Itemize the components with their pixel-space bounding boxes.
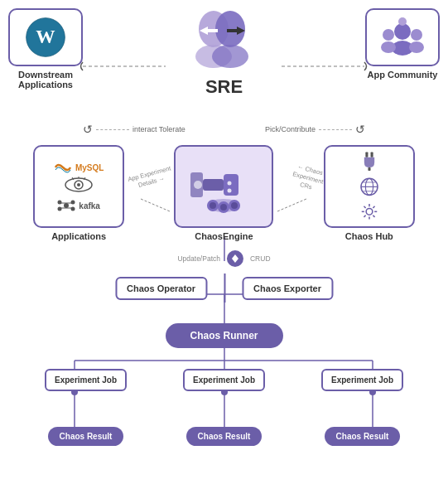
kafka-row: kafka bbox=[57, 199, 100, 212]
update-patch-text: Update/Patch bbox=[177, 254, 220, 263]
svg-point-36 bbox=[409, 41, 424, 53]
updown-arrows-icon bbox=[227, 250, 243, 267]
svg-rect-55 bbox=[224, 174, 238, 196]
svg-point-34 bbox=[381, 41, 396, 53]
chaosengine-box bbox=[174, 145, 273, 228]
chaos-exporter-label: Chaos Exporter bbox=[253, 283, 321, 293]
appcommunity-container: App Community bbox=[365, 8, 440, 80]
chaos-exporter-box: Chaos Exporter bbox=[242, 277, 333, 300]
chaos-results-row: Chaos Result Chaos Result Chaos Result bbox=[0, 427, 448, 446]
sre-heads-icon bbox=[187, 8, 262, 75]
diagram: W Downstream Applications bbox=[0, 0, 448, 489]
gear-icon bbox=[356, 201, 383, 222]
mysql-label: MySQL bbox=[75, 163, 104, 172]
downstream-container: W Downstream Applications bbox=[8, 8, 83, 90]
chaos-runner-label: Chaos Runner bbox=[190, 330, 258, 341]
svg-point-35 bbox=[411, 29, 422, 41]
globe-icon bbox=[356, 177, 383, 197]
svg-rect-68 bbox=[368, 167, 370, 171]
app-experiment-label: App ExperimentDetails → bbox=[128, 164, 175, 191]
kafka-label: kafka bbox=[79, 201, 100, 211]
plug-icon bbox=[356, 151, 383, 172]
crud-text: CRUD bbox=[250, 254, 271, 263]
chaoshub-container: Chaos Hub bbox=[324, 145, 415, 241]
svg-point-65 bbox=[228, 188, 232, 192]
svg-rect-66 bbox=[365, 153, 368, 157]
svg-rect-28 bbox=[208, 29, 218, 32]
svg-point-61 bbox=[210, 202, 216, 209]
svg-point-46 bbox=[58, 207, 62, 211]
experiment-job-3: Experiment Job bbox=[321, 369, 403, 391]
sre-container: SRE bbox=[187, 8, 262, 98]
experiment-jobs-row: Experiment Job Experiment Job Experiment… bbox=[0, 369, 448, 391]
chaos-operator-box: Chaos Operator bbox=[115, 277, 207, 300]
operator-exporter-separator bbox=[224, 274, 225, 303]
appcommunity-label: App Community bbox=[368, 70, 438, 80]
interact-text: interact Tolerate bbox=[132, 125, 185, 133]
svg-point-33 bbox=[383, 29, 394, 41]
robot-arm-icon bbox=[186, 156, 261, 218]
downstream-label: Downstream Applications bbox=[18, 70, 73, 90]
pick-contribute-text: Pick/Contribute bbox=[265, 125, 316, 133]
chaosengine-container: App ExperimentDetails → ← ChaosExperimen… bbox=[174, 145, 273, 241]
mysql-icon bbox=[54, 161, 72, 174]
svg-marker-84 bbox=[232, 259, 238, 263]
applications-label: Applications bbox=[51, 231, 106, 241]
svg-point-56 bbox=[194, 181, 202, 189]
operator-exporter-row: Chaos Operator Chaos Exporter bbox=[115, 274, 333, 303]
community-icon bbox=[380, 17, 426, 58]
svg-point-47 bbox=[71, 201, 75, 205]
experiment-job-2: Experiment Job bbox=[183, 369, 265, 391]
chaos-result-3: Chaos Result bbox=[325, 427, 401, 446]
svg-line-79 bbox=[364, 206, 365, 208]
svg-point-48 bbox=[71, 207, 75, 211]
svg-point-40 bbox=[77, 183, 80, 186]
appcommunity-box bbox=[365, 8, 440, 66]
wordpress-box: W bbox=[8, 8, 83, 66]
update-crud-row: Update/Patch CRUD bbox=[177, 250, 270, 267]
pick-contribute-row: Pick/Contribute ↺ bbox=[265, 123, 365, 136]
svg-point-64 bbox=[228, 181, 232, 185]
svg-point-45 bbox=[58, 201, 62, 205]
svg-rect-67 bbox=[370, 153, 373, 157]
sre-label: SRE bbox=[205, 76, 243, 98]
middle-row: MySQL bbox=[0, 145, 448, 241]
svg-rect-54 bbox=[203, 179, 224, 191]
applications-box: MySQL bbox=[33, 145, 124, 228]
interact-tolerate-row: ↺ interact Tolerate bbox=[83, 123, 185, 136]
eye-icon-row bbox=[64, 177, 94, 196]
chaos-experiment-label: ← ChaosExperimentCRs bbox=[289, 162, 325, 194]
chaos-runner-box: Chaos Runner bbox=[165, 323, 282, 348]
applications-container: MySQL bbox=[33, 145, 124, 241]
chaos-result-1: Chaos Result bbox=[48, 427, 124, 446]
chaos-result-2: Chaos Result bbox=[186, 427, 263, 446]
svg-point-74 bbox=[366, 209, 373, 215]
svg-text:W: W bbox=[36, 26, 55, 47]
svg-point-62 bbox=[220, 204, 227, 211]
chaos-operator-label: Chaos Operator bbox=[127, 283, 195, 293]
svg-point-63 bbox=[231, 202, 238, 209]
experiment-job-1: Experiment Job bbox=[45, 369, 127, 391]
kafka-icon bbox=[57, 199, 75, 212]
eye-icon bbox=[64, 177, 94, 193]
svg-point-44 bbox=[64, 203, 69, 208]
svg-point-26 bbox=[212, 45, 248, 68]
chaoshub-box bbox=[324, 145, 415, 228]
mysql-row: MySQL bbox=[54, 161, 104, 174]
svg-rect-30 bbox=[227, 29, 237, 32]
svg-line-80 bbox=[373, 215, 374, 217]
svg-point-37 bbox=[398, 17, 407, 26]
chaosengine-label: ChaosEngine bbox=[195, 231, 253, 241]
chaos-runner-row: Chaos Runner bbox=[165, 323, 282, 348]
chaoshub-label: Chaos Hub bbox=[345, 231, 393, 241]
svg-marker-83 bbox=[232, 254, 238, 259]
svg-line-82 bbox=[373, 206, 374, 208]
svg-line-81 bbox=[364, 215, 365, 217]
wordpress-icon: W bbox=[25, 17, 66, 58]
